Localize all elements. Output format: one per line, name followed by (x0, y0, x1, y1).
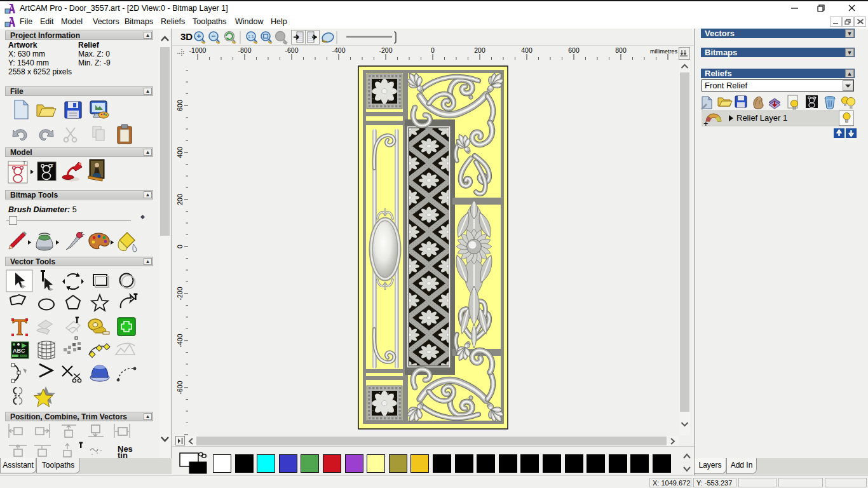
svg-text:-200: -200 (176, 287, 184, 300)
svg-text:0: 0 (431, 46, 435, 54)
svg-text:-400: -400 (332, 46, 345, 54)
svg-text:600: 600 (176, 100, 184, 111)
svg-text:ABC: ABC (13, 348, 25, 354)
svg-text:400: 400 (521, 46, 532, 54)
svg-text:-400: -400 (176, 334, 184, 347)
svg-text:+: + (703, 119, 709, 126)
svg-text:-600: -600 (285, 46, 298, 54)
svg-text:-200: -200 (379, 46, 392, 54)
svg-text:T: T (814, 97, 817, 100)
svg-text:-1000: -1000 (189, 46, 207, 54)
svg-text:600: 600 (568, 46, 580, 54)
svg-text:400: 400 (176, 147, 184, 158)
svg-text:200: 200 (474, 46, 485, 54)
svg-text:T: T (51, 163, 54, 168)
svg-text:1:1: 1:1 (248, 34, 254, 39)
svg-text:800: 800 (615, 46, 627, 54)
svg-text:-800: -800 (238, 46, 251, 54)
svg-text:tin: tin (118, 451, 128, 458)
svg-text:T: T (23, 161, 26, 165)
svg-text:200: 200 (176, 194, 184, 205)
svg-text:-600: -600 (176, 381, 184, 394)
svg-text:0: 0 (176, 245, 184, 248)
